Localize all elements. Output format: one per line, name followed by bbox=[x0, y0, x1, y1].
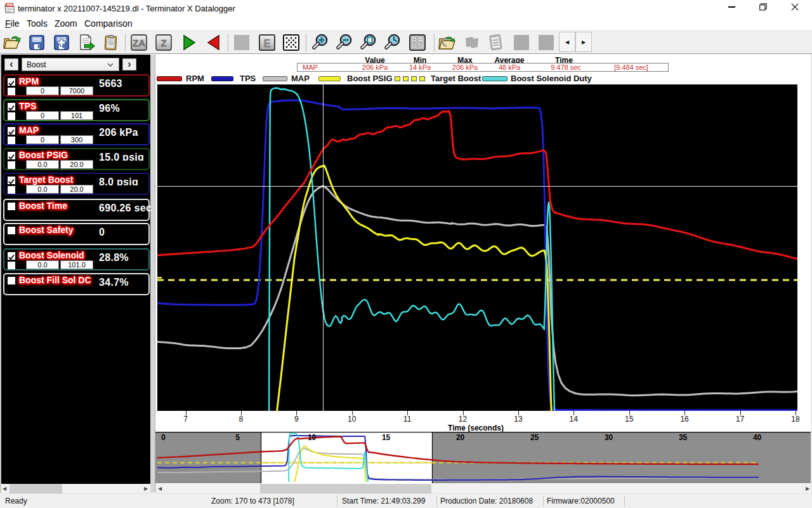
svg-text:25: 25 bbox=[530, 433, 539, 442]
svg-text:20: 20 bbox=[456, 433, 465, 442]
svg-text:10: 10 bbox=[308, 433, 317, 442]
svg-text:E: E bbox=[264, 38, 271, 49]
svg-text:30: 30 bbox=[605, 433, 613, 442]
svg-text:5: 5 bbox=[235, 433, 240, 442]
svg-text:Z: Z bbox=[160, 37, 166, 48]
svg-text:15: 15 bbox=[382, 433, 391, 442]
svg-text:0: 0 bbox=[161, 433, 166, 442]
svg-text:35: 35 bbox=[679, 433, 688, 442]
svg-text:40: 40 bbox=[753, 433, 762, 442]
